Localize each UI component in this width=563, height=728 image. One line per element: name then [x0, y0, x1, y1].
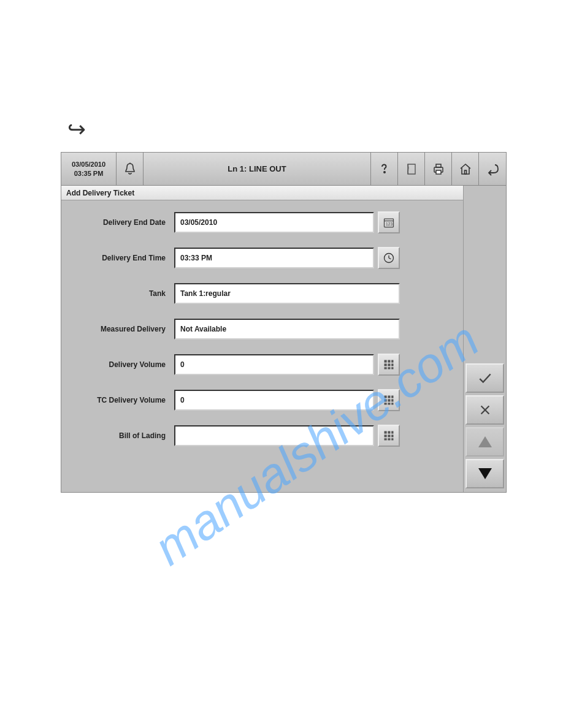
back-button[interactable]: [479, 153, 506, 185]
label-bill-of-lading: Bill of Lading: [66, 431, 174, 440]
main-panel: Add Delivery Ticket Delivery End Date 03…: [61, 186, 463, 492]
row-tc-delivery-volume: TC Delivery Volume 0: [66, 389, 458, 411]
svg-rect-14: [391, 360, 393, 363]
header-time: 03:35 PM: [74, 169, 104, 178]
label-tank: Tank: [66, 289, 174, 298]
app-window: 03/05/2010 03:35 PM Ln 1: LINE OUT: [61, 152, 507, 493]
svg-rect-32: [391, 431, 393, 434]
svg-rect-28: [388, 403, 390, 404]
bell-icon: [123, 162, 137, 176]
alarm-button[interactable]: [117, 153, 144, 185]
svg-rect-17: [391, 363, 393, 366]
svg-rect-38: [391, 438, 393, 440]
svg-rect-33: [385, 434, 387, 437]
svg-rect-26: [391, 399, 393, 401]
keypad-button-tc-volume[interactable]: [378, 389, 400, 411]
input-delivery-end-time[interactable]: 03:33 PM: [174, 248, 374, 268]
svg-rect-31: [388, 431, 390, 434]
svg-rect-18: [385, 367, 387, 369]
clock-icon: [383, 252, 395, 264]
header-title: Ln 1: LINE OUT: [144, 153, 371, 185]
svg-rect-15: [385, 363, 387, 366]
svg-rect-16: [388, 363, 390, 366]
home-button[interactable]: [452, 153, 479, 185]
keypad-icon: [383, 394, 395, 406]
scroll-down-button[interactable]: [465, 459, 504, 488]
input-bill-of-lading[interactable]: [174, 425, 374, 446]
svg-rect-27: [385, 403, 387, 404]
input-delivery-volume[interactable]: 0: [174, 354, 374, 375]
keypad-icon: [383, 358, 395, 371]
label-measured-delivery: Measured Delivery: [66, 325, 174, 333]
back-arrow-icon: [485, 162, 500, 176]
label-tc-delivery-volume: TC Delivery Volume: [66, 396, 174, 404]
svg-line-11: [389, 258, 391, 259]
row-delivery-end-time: Delivery End Time 03:33 PM: [66, 247, 458, 269]
input-measured-delivery: Not Available: [174, 319, 400, 339]
subheader-title: Add Delivery Ticket: [61, 186, 463, 200]
header-bar: 03/05/2010 03:35 PM Ln 1: LINE OUT: [61, 153, 506, 186]
row-bill-of-lading: Bill of Lading: [66, 425, 458, 447]
notes-icon: [404, 162, 419, 176]
check-icon: [477, 370, 493, 386]
row-delivery-end-date: Delivery End Date 03/05/2010 123: [66, 211, 458, 233]
keypad-button-volume[interactable]: [378, 354, 400, 376]
svg-rect-37: [388, 438, 390, 440]
svg-rect-30: [385, 431, 387, 434]
svg-rect-29: [391, 403, 393, 404]
svg-rect-3: [436, 164, 441, 167]
svg-rect-22: [388, 396, 390, 398]
svg-rect-34: [388, 434, 390, 437]
page-back-arrow-icon: ↩: [67, 116, 86, 142]
label-delivery-end-time: Delivery End Time: [66, 254, 174, 262]
triangle-up-icon: [478, 436, 492, 447]
input-tank[interactable]: Tank 1:regular: [174, 283, 400, 304]
svg-rect-19: [388, 367, 390, 369]
cancel-button[interactable]: [465, 395, 504, 425]
help-icon: [377, 162, 392, 176]
row-measured-delivery: Measured Delivery Not Available: [66, 318, 458, 340]
header-datetime: 03/05/2010 03:35 PM: [61, 153, 117, 185]
svg-rect-21: [385, 396, 387, 398]
calendar-icon: 123: [383, 216, 395, 229]
input-tc-delivery-volume[interactable]: 0: [174, 390, 374, 411]
svg-point-1: [384, 172, 385, 173]
print-button[interactable]: [425, 153, 452, 185]
svg-rect-12: [385, 360, 387, 363]
scroll-up-button[interactable]: [465, 427, 504, 457]
home-icon: [458, 162, 473, 176]
input-delivery-end-date[interactable]: 03/05/2010: [174, 212, 374, 233]
row-tank: Tank Tank 1:regular: [66, 282, 458, 305]
label-delivery-volume: Delivery Volume: [66, 360, 174, 369]
date-picker-button[interactable]: 123: [378, 211, 400, 233]
body-area: Add Delivery Ticket Delivery End Date 03…: [61, 186, 506, 492]
svg-rect-25: [388, 399, 390, 401]
svg-rect-5: [464, 170, 466, 174]
confirm-button[interactable]: [465, 363, 504, 393]
notes-button[interactable]: [398, 153, 425, 185]
svg-rect-4: [436, 170, 441, 174]
side-panel: [463, 186, 506, 492]
svg-rect-23: [391, 396, 393, 398]
svg-rect-13: [388, 360, 390, 363]
time-picker-button[interactable]: [378, 247, 400, 269]
keypad-button-bol[interactable]: [378, 425, 400, 447]
svg-text:123: 123: [386, 222, 393, 226]
row-delivery-volume: Delivery Volume 0: [66, 354, 458, 376]
help-button[interactable]: [371, 153, 398, 185]
printer-icon: [431, 162, 446, 176]
form-area: Delivery End Date 03/05/2010 123 Deliver…: [61, 200, 463, 452]
svg-rect-35: [391, 434, 393, 437]
svg-rect-36: [385, 438, 387, 440]
svg-rect-24: [385, 399, 387, 401]
svg-rect-20: [391, 367, 393, 369]
label-delivery-end-date: Delivery End Date: [66, 218, 174, 227]
triangle-down-icon: [478, 468, 492, 479]
keypad-icon: [383, 430, 395, 442]
x-icon: [478, 403, 492, 417]
header-date: 03/05/2010: [72, 160, 105, 169]
